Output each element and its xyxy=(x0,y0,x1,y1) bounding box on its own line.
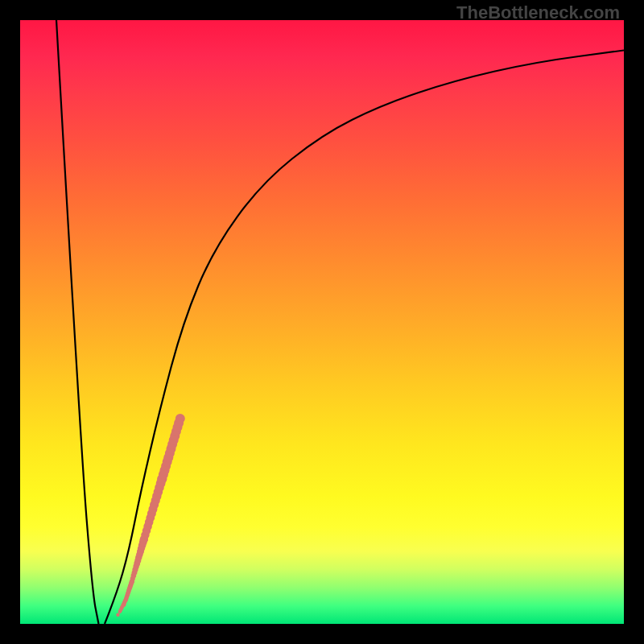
curve-left-branch xyxy=(56,20,99,624)
chart-container: TheBottleneck.com xyxy=(0,0,644,644)
plot-area xyxy=(20,20,624,624)
svg-point-74 xyxy=(175,414,185,423)
curve-layer xyxy=(20,20,624,624)
watermark-text: TheBottleneck.com xyxy=(456,2,620,23)
svg-point-75 xyxy=(116,613,119,617)
svg-point-76 xyxy=(122,602,126,606)
curve-right-branch xyxy=(105,51,624,625)
highlight-segment xyxy=(116,414,185,617)
